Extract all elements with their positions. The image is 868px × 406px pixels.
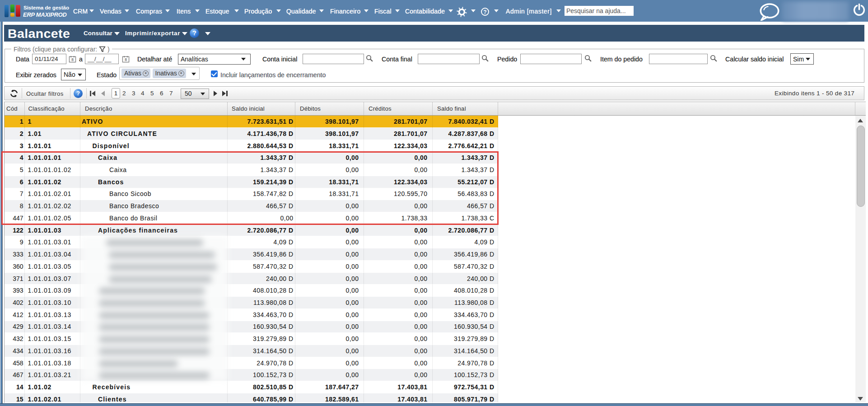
svg-text:8: 8 <box>125 57 127 62</box>
svg-text:8: 8 <box>71 57 74 62</box>
